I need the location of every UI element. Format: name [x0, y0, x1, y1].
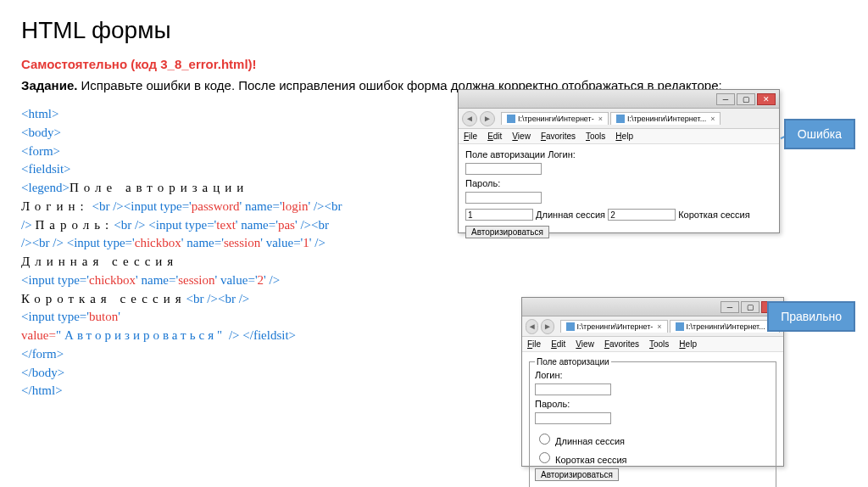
- code-block: <html> <body> <form> <fieldsit> <legend>…: [21, 105, 445, 400]
- forward-button[interactable]: ►: [480, 111, 495, 126]
- password-input[interactable]: [465, 192, 542, 204]
- close-button[interactable]: ✕: [757, 93, 776, 105]
- menu-tools[interactable]: Tools: [586, 132, 605, 141]
- code-attr: text: [216, 218, 236, 232]
- submit-button[interactable]: Авторизироваться: [535, 468, 619, 481]
- back-button[interactable]: ◄: [462, 111, 477, 126]
- code-text: Логин:: [21, 199, 89, 213]
- code-tag: />: [225, 328, 239, 342]
- menubar: File Edit View Favorites Tools Help: [522, 337, 783, 352]
- login-label: Логин:: [535, 370, 771, 380]
- menu-favorites[interactable]: Favorites: [604, 339, 639, 349]
- ie-icon: [566, 322, 575, 331]
- page-content-correct: Поле авторизации Логин: Пароль: Длинная …: [522, 352, 783, 466]
- maximize-button[interactable]: ▢: [737, 93, 755, 105]
- ie-icon: [616, 115, 625, 123]
- code-tag: <br />: [92, 199, 123, 213]
- tab-close-icon[interactable]: ×: [657, 322, 661, 331]
- forward-button[interactable]: ►: [541, 319, 554, 334]
- code-attr: chickbox: [89, 273, 136, 287]
- tab-close-icon[interactable]: ×: [710, 115, 715, 123]
- login-input[interactable]: [465, 163, 542, 175]
- code-text: Длинная сессия: [21, 255, 178, 268]
- menu-edit[interactable]: Edit: [551, 339, 565, 349]
- code-tag: ' name=': [236, 218, 278, 232]
- code-tag: ' name=': [181, 236, 224, 249]
- password-input[interactable]: [535, 412, 611, 424]
- code-attr: session: [178, 273, 214, 287]
- ie-icon: [676, 322, 684, 331]
- code-tag: />: [21, 236, 32, 249]
- navbar: ◄ ► I:\тренинги\Интернет-× I:\тренинги\И…: [522, 316, 783, 337]
- menu-tools[interactable]: Tools: [649, 339, 669, 349]
- code-text: Короткая сессия: [21, 292, 186, 305]
- password-label: Пароль:: [465, 178, 772, 188]
- code-tag: <html>: [21, 107, 58, 120]
- submit-button[interactable]: Авторизироваться: [465, 226, 549, 238]
- code-tag: ' />: [309, 236, 326, 249]
- code-tag: ' />: [308, 199, 324, 213]
- browser-tab[interactable]: I:\тренинги\Интернет...×: [610, 112, 721, 125]
- code-attr: login: [282, 199, 309, 213]
- login-input[interactable]: [535, 383, 611, 395]
- code-attr: 1: [303, 236, 309, 249]
- code-tag: </fieldsit>: [240, 328, 297, 342]
- short-session-label: Короткая сессия: [555, 455, 626, 465]
- password-label: Пароль:: [535, 399, 771, 409]
- browser-tab[interactable]: I:\тренинги\Интернет...×: [670, 320, 780, 333]
- code-tag: />: [21, 218, 32, 232]
- code-tag: ' value=': [260, 236, 303, 249]
- tab-close-icon[interactable]: ×: [598, 115, 603, 123]
- code-val: "Авторизироваться": [56, 328, 225, 342]
- menu-help[interactable]: Help: [679, 339, 697, 349]
- tab-label: I:\тренинги\Интернет-: [577, 322, 654, 331]
- menu-help[interactable]: Help: [615, 132, 633, 141]
- task-label: Задание.: [21, 78, 77, 92]
- back-button[interactable]: ◄: [526, 319, 538, 334]
- code-tag: <input type=': [124, 199, 192, 213]
- menu-file[interactable]: File: [527, 339, 541, 349]
- subtitle: Самостоятельно (код 3_8_error.html)!: [21, 57, 847, 71]
- code-tag: <br: [311, 218, 329, 232]
- code-tag: <legend>: [21, 181, 70, 194]
- code-tag: <input type=': [21, 273, 89, 287]
- minimize-button[interactable]: ─: [716, 93, 735, 105]
- browser-tab[interactable]: I:\тренинги\Интернет-×: [560, 320, 668, 333]
- code-tag: <br />: [218, 292, 249, 305]
- fieldset-legend: Поле авторизации: [535, 357, 611, 367]
- code-attr: buton: [89, 310, 118, 323]
- code-attr: session: [224, 236, 260, 249]
- code-tag: </form>: [21, 347, 64, 361]
- menu-file[interactable]: File: [464, 132, 477, 141]
- long-session-label: Длинная сессия: [555, 436, 625, 446]
- page-content-error: Поле авторизации Логин: Пароль: Длинная …: [459, 144, 779, 232]
- code-tag: <body>: [21, 126, 61, 139]
- code-tag: ' />: [264, 273, 280, 287]
- code-tag: <form>: [21, 144, 60, 158]
- short-session-label: Короткая сессия: [678, 210, 749, 220]
- long-session-radio[interactable]: [539, 434, 550, 445]
- menu-edit[interactable]: Edit: [487, 132, 502, 141]
- menubar: File Edit View Favorites Tools Help: [459, 129, 779, 144]
- minimize-button[interactable]: ─: [721, 301, 739, 313]
- code-attr: password: [192, 199, 240, 213]
- code-tag: </body>: [21, 366, 64, 379]
- code-tag: <input type=': [64, 236, 135, 249]
- code-tag: <br />: [32, 236, 64, 249]
- session-value-2[interactable]: [608, 209, 676, 221]
- titlebar: ─ ▢ ✕: [522, 298, 783, 316]
- menu-view[interactable]: View: [512, 132, 531, 141]
- long-session-label: Длинная сессия: [536, 210, 605, 220]
- tab-label: I:\тренинги\Интернет...: [627, 115, 706, 123]
- code-tag: <br />: [186, 292, 218, 305]
- code-tag: ' name=': [240, 199, 282, 213]
- short-session-radio[interactable]: [539, 452, 550, 463]
- menu-view[interactable]: View: [576, 339, 594, 349]
- code-attr: value=: [21, 328, 56, 342]
- maximize-button[interactable]: ▢: [741, 301, 760, 313]
- titlebar: ─ ▢ ✕: [459, 90, 779, 109]
- session-value-1[interactable]: [465, 209, 533, 221]
- code-tag: <input type=': [146, 218, 217, 232]
- menu-favorites[interactable]: Favorites: [541, 132, 576, 141]
- browser-tab[interactable]: I:\тренинги\Интернет-×: [501, 112, 609, 125]
